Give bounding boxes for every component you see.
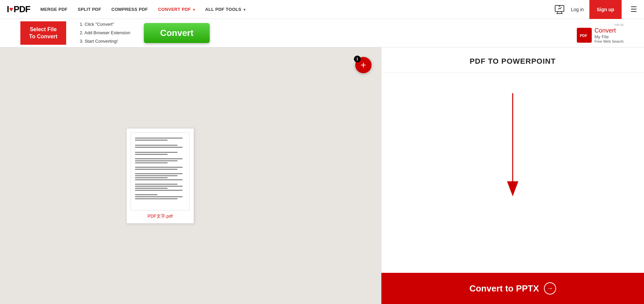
sidebar-title: PDF TO POWERPOINT [381,47,644,73]
logo-i: I [7,4,9,15]
file-card[interactable]: PDF文字.pdf [126,128,194,224]
ad-sponsor-label: Ads by [614,23,624,26]
file-line [135,190,183,191]
file-line [135,179,183,180]
file-name: PDF文字.pdf [131,213,190,219]
content-area: PDF文字.pdf 1 + [0,47,381,304]
file-preview [131,133,190,210]
ad-steps: 1. Click "Convert" 2. Add Browser Extens… [80,20,130,45]
step2-label: 2. Add [80,30,92,35]
navbar: I ♥ PDF MERGE PDF SPLIT PDF COMPRESS PDF… [0,0,644,19]
file-line [135,169,178,170]
sponsor-brand: Convert [594,27,624,34]
add-files-container: 1 + [355,57,372,73]
ad-sponsor-logo: PDF Convert My File Free Web Search [577,27,624,43]
file-line [135,138,183,139]
logo-heart-icon: ♥ [9,5,13,13]
pdf-icon: PDF [577,28,592,43]
select-file-button[interactable]: Select FileTo Convert [20,21,66,45]
file-line [135,177,168,178]
file-line [135,158,183,159]
files-badge: 1 [354,56,361,62]
svg-text:PDF: PDF [580,34,587,38]
file-line [135,188,168,189]
file-line [135,147,183,148]
arrow-down-icon [506,93,519,203]
step2-text: Browser Extension [94,30,130,35]
right-sidebar: PDF TO POWERPOINT Convert to PPTX → [381,47,644,304]
file-line [135,184,178,185]
nav-compress[interactable]: COMPRESS PDF [111,7,148,12]
sidebar-body [381,73,644,273]
file-card-wrap: PDF文字.pdf [126,128,194,224]
file-line [135,145,178,146]
convert-btn-circle-icon: → [544,282,556,295]
nav-right: Log in Sign up ☰ [553,0,637,19]
file-line [135,167,183,168]
nav-split[interactable]: SPLIT PDF [78,7,101,12]
file-content-lines [131,133,189,204]
file-line [135,175,178,176]
file-line [135,194,158,195]
login-button[interactable]: Log in [571,7,584,12]
logo-pdf: PDF [14,4,30,15]
hamburger-icon[interactable]: ☰ [630,5,637,14]
ad-banner: Select FileTo Convert 1. Click "Convert"… [0,19,644,47]
nav-links: MERGE PDF SPLIT PDF COMPRESS PDF CONVERT… [40,7,553,12]
file-line [135,173,183,174]
file-line [135,196,183,197]
ad-convert-button[interactable]: Convert [144,23,210,43]
convert-arrow-icon: → [547,285,553,292]
nav-alltools[interactable]: ALL PDF TOOLS ▾ [205,7,246,12]
nav-merge[interactable]: MERGE PDF [40,7,68,12]
signup-button[interactable]: Sign up [589,0,622,19]
convert-to-pptx-button[interactable]: Convert to PPTX → [381,273,644,304]
file-line [135,198,178,199]
logo[interactable]: I ♥ PDF [7,4,30,15]
sponsor-text: Convert My File Free Web Search [594,27,624,43]
alltools-caret-icon: ▾ [244,8,245,12]
monitor-icon[interactable] [553,3,566,16]
convert-caret-icon: ▾ [193,8,195,12]
file-line [135,186,183,187]
file-line [135,140,168,141]
file-line [135,154,168,155]
file-line [135,162,168,163]
convert-btn-label: Convert to PPTX [469,283,539,294]
file-line [135,152,178,153]
nav-convert[interactable]: CONVERT PDF ▾ [158,7,195,12]
step1-text: "Convert" [95,22,114,27]
step3-label: 3. Start Converting! [80,39,118,44]
sponsor-subbrand: My File [594,34,624,39]
step1-label: 1. Click [80,22,94,27]
ad-sponsor: Ads by PDF Convert My File Free Web Sear… [577,23,624,43]
main-layout: PDF文字.pdf 1 + PDF TO POWERPOINT Convert … [0,47,644,304]
file-line [135,160,178,161]
sponsor-sub: Free Web Search [594,39,624,43]
